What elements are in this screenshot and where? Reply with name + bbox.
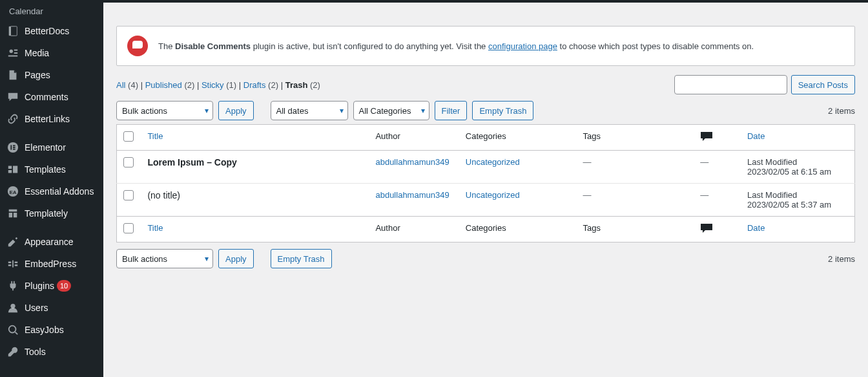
table-row: (no title) abdullahmamun349 Uncategorize… <box>117 184 855 217</box>
col-date[interactable]: Date <box>741 217 855 242</box>
sidebar-label: BetterDocs <box>25 26 69 36</box>
embedpress-icon <box>6 257 19 270</box>
item-count-top: 2 items <box>828 106 855 116</box>
svg-point-11 <box>9 326 16 333</box>
comment-bubble-icon <box>700 223 713 233</box>
sidebar-item-pages[interactable]: Pages <box>0 64 103 86</box>
ea-icon: EA <box>6 185 19 198</box>
sidebar-label: Essential Addons <box>25 186 94 197</box>
row-title[interactable]: Lorem Ipsum – Copy <box>147 157 236 167</box>
row-checkbox[interactable] <box>123 190 134 200</box>
filter-published[interactable]: Published <box>145 80 182 90</box>
sidebar-label: Comments <box>25 92 68 102</box>
sidebar-item-betterdocs[interactable]: BetterDocs <box>0 20 103 42</box>
row-category[interactable]: Uncategorized <box>466 190 520 200</box>
row-author[interactable]: abdullahmamun349 <box>375 157 449 167</box>
sidebar-label: BetterLinks <box>25 114 70 124</box>
templates-icon <box>6 163 19 176</box>
plugins-icon <box>6 279 19 292</box>
row-tags: — <box>583 190 592 200</box>
row-date-label: Last Modified <box>747 157 797 167</box>
row-tags: — <box>583 157 592 167</box>
sidebar-item-templates[interactable]: Templates <box>0 158 103 180</box>
row-title[interactable]: (no title) <box>147 190 180 200</box>
col-title[interactable]: Title <box>141 217 369 242</box>
sidebar-label: Templately <box>25 208 68 219</box>
sidebar-item-tools[interactable]: Tools <box>0 341 103 363</box>
appearance-icon <box>6 235 19 248</box>
col-tags: Tags <box>577 125 694 151</box>
filter-drafts[interactable]: Drafts <box>243 80 266 90</box>
apply-button-top[interactable]: Apply <box>218 101 254 120</box>
links-icon <box>6 113 19 125</box>
col-comments[interactable] <box>694 125 741 151</box>
filter-trash[interactable]: Trash <box>285 80 308 90</box>
col-author[interactable]: Author <box>369 217 459 242</box>
sidebar-item-elementor[interactable]: Elementor <box>0 136 103 158</box>
select-all-checkbox-top[interactable] <box>123 131 134 142</box>
sidebar-item-users[interactable]: Users <box>0 297 103 319</box>
all-categories-select[interactable]: All Categories <box>353 101 429 120</box>
bulk-actions-select-bottom[interactable]: Bulk actions <box>116 249 213 268</box>
comments-icon <box>6 91 19 103</box>
sidebar-item-templately[interactable]: Templately <box>0 202 103 224</box>
docs-icon <box>6 25 19 38</box>
col-comments[interactable] <box>694 217 741 242</box>
sidebar-label: Appearance <box>25 237 74 247</box>
all-dates-select[interactable]: All dates <box>271 101 348 120</box>
filter-all[interactable]: All <box>116 80 125 90</box>
admin-sidebar: Calendar BetterDocs Media Pages Comments… <box>0 3 103 377</box>
sidebar-label: Templates <box>25 164 66 175</box>
sidebar-item-media[interactable]: Media <box>0 42 103 64</box>
content-wrap: The Disable Comments plugin is active, b… <box>103 3 868 285</box>
search-posts-input[interactable] <box>674 75 787 94</box>
sidebar-item-plugins[interactable]: Plugins 10 <box>0 275 103 297</box>
apply-button-bottom[interactable]: Apply <box>218 249 254 268</box>
row-category[interactable]: Uncategorized <box>466 157 520 167</box>
col-categories: Categories <box>459 217 577 242</box>
select-all-checkbox-bottom[interactable] <box>123 223 134 233</box>
pages-icon <box>6 69 19 81</box>
disable-comments-notice: The Disable Comments plugin is active, b… <box>116 26 855 66</box>
search-posts-button[interactable]: Search Posts <box>791 75 855 94</box>
row-author[interactable]: abdullahmamun349 <box>375 190 449 200</box>
bulk-actions-select[interactable]: Bulk actions <box>116 101 213 120</box>
sidebar-item-comments[interactable]: Comments <box>0 86 103 108</box>
col-date[interactable]: Date <box>741 125 855 151</box>
speech-bubble-icon <box>127 36 148 56</box>
row-checkbox[interactable] <box>123 157 134 167</box>
item-count-bottom: 2 items <box>828 254 855 264</box>
sidebar-label: Users <box>25 303 48 313</box>
plugins-update-badge: 10 <box>57 280 71 292</box>
filter-button[interactable]: Filter <box>435 101 468 120</box>
comment-bubble-icon <box>700 131 713 142</box>
col-title[interactable]: Title <box>141 125 369 151</box>
sidebar-item-essential-addons[interactable]: EA Essential Addons <box>0 180 103 202</box>
easyjobs-icon <box>6 323 19 336</box>
tools-icon <box>6 345 19 358</box>
sidebar-label: Media <box>25 48 49 58</box>
configuration-page-link[interactable]: configuration page <box>488 41 557 51</box>
sidebar-item-embedpress[interactable]: EmbedPress <box>0 253 103 275</box>
sidebar-item-betterlinks[interactable]: BetterLinks <box>0 108 103 130</box>
elementor-icon <box>6 141 19 154</box>
sidebar-label: EmbedPress <box>25 259 76 269</box>
empty-trash-button-bottom[interactable]: Empty Trash <box>271 249 332 268</box>
sidebar-item-appearance[interactable]: Appearance <box>0 231 103 253</box>
svg-rect-6 <box>13 147 16 148</box>
col-categories: Categories <box>459 125 577 151</box>
empty-trash-button-top[interactable]: Empty Trash <box>472 101 533 120</box>
col-author[interactable]: Author <box>369 125 459 151</box>
svg-rect-7 <box>13 149 16 150</box>
tablenav-top: Bulk actions Apply All dates All Categor… <box>116 101 855 120</box>
filter-sticky[interactable]: Sticky <box>202 80 224 90</box>
svg-rect-1 <box>10 27 17 36</box>
sidebar-sub-calendar[interactable]: Calendar <box>0 3 103 20</box>
svg-rect-5 <box>13 145 16 146</box>
tablenav-bottom: Bulk actions Apply Empty Trash 2 items <box>116 249 855 268</box>
col-tags: Tags <box>577 217 694 242</box>
row-comments: — <box>700 157 708 167</box>
sidebar-item-easyjobs[interactable]: EasyJobs <box>0 319 103 341</box>
row-date-value: 2023/02/05 at 6:15 am <box>747 167 831 177</box>
row-comments: — <box>700 190 708 200</box>
